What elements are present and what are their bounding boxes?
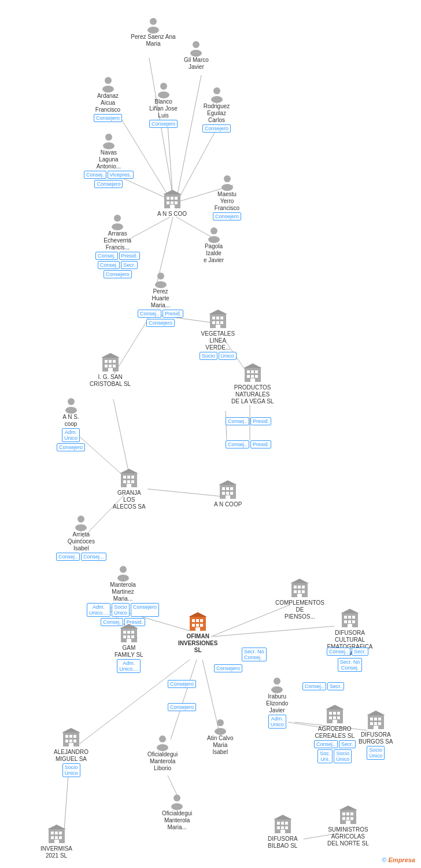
svg-point-176 (159, 735, 166, 742)
svg-rect-104 (230, 492, 233, 495)
badge-consej-nav[interactable]: Consej. (84, 171, 106, 179)
node-ans-coo: A N S COO (157, 190, 187, 218)
svg-rect-195 (277, 826, 280, 829)
badge-consej-presid-ph[interactable]: Consej.. (138, 310, 161, 318)
svg-rect-124 (192, 624, 195, 627)
svg-rect-118 (127, 639, 131, 642)
svg-rect-197 (285, 826, 288, 829)
badge-consej2-arrieta[interactable]: Consej... (81, 553, 106, 561)
person-icon (205, 226, 223, 243)
node-vegetales: VEGETALESLINEAVERDE... Socio Único (200, 310, 237, 361)
label-ardanaz: ArdanazAicuaFrancisco (95, 93, 120, 113)
label-an-coop: A N COOP (214, 501, 242, 508)
badge-consejero-off1[interactable]: Consejero (214, 664, 242, 672)
badge-consej-secr-ag[interactable]: Consej.. (314, 740, 338, 748)
svg-point-190 (171, 803, 183, 810)
badge-consej-presid-pn2[interactable]: Consej.. (226, 440, 249, 448)
badge-vicepres-nav[interactable]: Vicepres. (108, 171, 134, 179)
badge-secr-ag[interactable]: Secr. (339, 740, 356, 748)
badge-socio-unico-me[interactable]: SocioÚnico (112, 603, 130, 617)
person-icon-manterola-elena (115, 564, 132, 582)
person-icon (100, 132, 117, 149)
svg-rect-152 (73, 735, 76, 738)
watermark: © Empresa (382, 856, 415, 863)
badge-consejero-me[interactable]: Consejero (131, 603, 159, 617)
badge-socio-unico-al[interactable]: SocioÚnico (62, 763, 80, 777)
svg-rect-183 (59, 832, 62, 834)
svg-marker-199 (274, 815, 292, 819)
svg-rect-141 (352, 616, 355, 619)
svg-rect-205 (346, 817, 349, 820)
badge-consejero-ph[interactable]: Consejero (146, 319, 175, 327)
svg-rect-94 (127, 480, 130, 483)
badge-secr-no-consej-dc[interactable]: Secr. NoConsej. (338, 658, 363, 672)
badge-presid-arr[interactable]: Presid. (119, 252, 140, 260)
badge-consej-secr-dc[interactable]: Consej.. (327, 648, 350, 656)
badge-socio-unico-dburgos[interactable]: SocioÚnico (367, 746, 385, 760)
badge-consejero-rod[interactable]: Consejero (202, 124, 231, 133)
svg-point-109 (120, 566, 127, 573)
badge-consejero[interactable]: Consejero (94, 114, 122, 122)
badge-presid-pn1[interactable]: Presid. (250, 417, 271, 425)
svg-rect-92 (131, 476, 134, 479)
svg-rect-186 (59, 836, 62, 839)
svg-marker-97 (120, 469, 138, 473)
badge-adm-unico-gam[interactable]: Adm.Unico.... (117, 659, 141, 673)
badge-adm-unico-ir[interactable]: Adm.Unico (268, 715, 286, 729)
person-icon (152, 271, 169, 288)
svg-point-42 (103, 142, 115, 149)
badge-consejero-nav2[interactable]: Consejero (94, 180, 123, 188)
label-gil-marco: Gil MarcoJavier (184, 57, 209, 71)
badge-socio-unico-veg[interactable]: Socio (200, 352, 217, 360)
building-icon-comp (289, 579, 310, 599)
badge-consejero-off2[interactable]: Consejero (168, 680, 196, 688)
badge-secr-arr[interactable]: Secr. (121, 261, 138, 269)
badge-socio-unico2-ag[interactable]: SocioÚnico (334, 749, 352, 763)
svg-rect-101 (230, 487, 233, 490)
svg-point-37 (160, 83, 167, 90)
badge-adm-unico-ans[interactable]: Adm.Unico (62, 428, 80, 442)
label-invermisa: INVERMISA2021 SL (40, 845, 72, 859)
badge-consejero-ans[interactable]: Consejero (57, 443, 85, 451)
badge-secr-dc[interactable]: Secr. (352, 648, 368, 656)
svg-marker-77 (101, 353, 120, 358)
badge-secr-no-consej-off[interactable]: Secr. NoConsej. (242, 648, 267, 661)
badge-consej-presid-arr[interactable]: Consej. (95, 252, 118, 260)
svg-rect-71 (109, 360, 112, 363)
badge-consej1-arrieta[interactable]: Consej.. (56, 553, 80, 561)
badge-consej-secr-ir[interactable]: Consej.. (302, 682, 326, 690)
node-ans-coop2: A N S.coop Adm.Unico Consejero (57, 396, 85, 452)
badge-consejero-arr[interactable]: Consejero (104, 270, 132, 278)
node-arrieta: ArrietaQuincocesIsabel Consej.. Consej..… (56, 514, 106, 561)
badge-consej-presid-pn1[interactable]: Consej.. (226, 417, 249, 425)
svg-point-41 (105, 134, 112, 141)
building-icon-invermisa (46, 825, 67, 845)
building-icon-ofiman (187, 612, 208, 633)
badge-consej-secr-arr[interactable]: Consej. (98, 261, 120, 269)
svg-rect-114 (131, 631, 134, 634)
person-icon-oficial-lib (154, 734, 171, 751)
svg-rect-115 (123, 635, 126, 638)
svg-rect-162 (329, 716, 332, 719)
badge-consejero-blanco[interactable]: Consejero (149, 120, 178, 128)
svg-rect-143 (348, 620, 351, 623)
label-oficial-lib: OficialdeguiManterolaLiborio (147, 751, 178, 772)
badge-presid-ph[interactable]: Presid. (163, 310, 183, 318)
badge-consejero-maestu[interactable]: Consejero (213, 212, 241, 220)
badge-socio-unico-ag[interactable]: Soc.Uni. (317, 749, 333, 763)
badge-secr-ir[interactable]: Secr. (327, 682, 344, 690)
badge-adm-unico-me[interactable]: Adm.Unico.... (87, 603, 110, 617)
svg-rect-85 (250, 378, 255, 382)
node-suministros: SUMINISTROSAGRICOLASDEL NORTE SL (327, 806, 369, 847)
svg-rect-48 (175, 197, 178, 200)
badge-consejero-off3[interactable]: Consejero (168, 703, 196, 711)
svg-rect-96 (127, 484, 131, 487)
svg-line-21 (213, 626, 334, 637)
badge-presid-pn2[interactable]: Presid. (250, 440, 271, 448)
badge-unico-veg[interactable]: Único (219, 352, 237, 360)
node-pagola: PagolaIzaldee Javier (204, 226, 224, 264)
person-icon (145, 16, 162, 34)
svg-marker-68 (209, 310, 227, 314)
building-icon-dc (339, 609, 360, 630)
svg-marker-119 (120, 624, 138, 628)
